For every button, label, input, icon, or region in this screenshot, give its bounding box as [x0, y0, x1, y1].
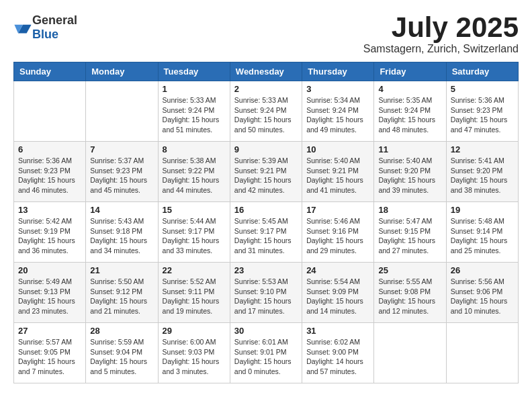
day-number: 25 [378, 265, 441, 275]
day-number: 30 [234, 326, 298, 336]
calendar-cell: 7Sunrise: 5:37 AM Sunset: 9:23 PM Daylig… [86, 142, 158, 202]
calendar-cell: 27Sunrise: 5:57 AM Sunset: 9:05 PM Dayli… [14, 323, 86, 383]
calendar-cell: 6Sunrise: 5:36 AM Sunset: 9:23 PM Daylig… [14, 142, 86, 202]
day-number: 29 [163, 326, 226, 336]
day-info: Sunrise: 5:41 AM Sunset: 9:20 PM Dayligh… [451, 156, 514, 195]
day-number: 12 [451, 144, 514, 154]
calendar-cell [446, 323, 518, 383]
calendar-cell: 3Sunrise: 5:34 AM Sunset: 9:24 PM Daylig… [302, 81, 374, 142]
day-number: 1 [163, 84, 226, 94]
calendar-cell: 26Sunrise: 5:56 AM Sunset: 9:06 PM Dayli… [446, 263, 518, 323]
day-number: 2 [234, 84, 298, 94]
day-info: Sunrise: 6:01 AM Sunset: 9:01 PM Dayligh… [234, 337, 298, 377]
day-number: 9 [234, 144, 298, 154]
day-number: 20 [18, 265, 81, 275]
calendar-cell: 2Sunrise: 5:33 AM Sunset: 9:24 PM Daylig… [230, 81, 302, 142]
day-info: Sunrise: 5:59 AM Sunset: 9:04 PM Dayligh… [90, 337, 153, 377]
day-number: 27 [18, 326, 81, 336]
logo: General Blue [13, 13, 77, 42]
day-info: Sunrise: 5:43 AM Sunset: 9:18 PM Dayligh… [90, 216, 153, 256]
day-info: Sunrise: 5:38 AM Sunset: 9:22 PM Dayligh… [163, 156, 226, 195]
calendar-cell: 29Sunrise: 6:00 AM Sunset: 9:03 PM Dayli… [158, 323, 230, 383]
calendar-cell: 12Sunrise: 5:41 AM Sunset: 9:20 PM Dayli… [446, 142, 518, 202]
calendar-header-row: Sunday Monday Tuesday Wednesday Thursday… [14, 62, 519, 81]
logo-icon [13, 18, 32, 37]
calendar-cell: 20Sunrise: 5:49 AM Sunset: 9:13 PM Dayli… [14, 263, 86, 323]
day-info: Sunrise: 5:42 AM Sunset: 9:19 PM Dayligh… [18, 216, 81, 256]
day-number: 11 [378, 144, 441, 154]
day-info: Sunrise: 5:37 AM Sunset: 9:23 PM Dayligh… [90, 156, 153, 195]
calendar-table: Sunday Monday Tuesday Wednesday Thursday… [13, 62, 519, 383]
day-info: Sunrise: 5:57 AM Sunset: 9:05 PM Dayligh… [18, 337, 81, 377]
day-info: Sunrise: 5:35 AM Sunset: 9:24 PM Dayligh… [378, 95, 441, 135]
col-thursday: Thursday [302, 62, 374, 81]
calendar-cell: 14Sunrise: 5:43 AM Sunset: 9:18 PM Dayli… [86, 202, 158, 263]
calendar-cell: 19Sunrise: 5:48 AM Sunset: 9:14 PM Dayli… [446, 202, 518, 263]
day-number: 24 [306, 265, 369, 275]
calendar-cell: 22Sunrise: 5:52 AM Sunset: 9:11 PM Dayli… [158, 263, 230, 323]
calendar-cell: 24Sunrise: 5:54 AM Sunset: 9:09 PM Dayli… [302, 263, 374, 323]
day-number: 18 [378, 205, 441, 215]
day-number: 28 [90, 326, 153, 336]
calendar-cell [374, 323, 446, 383]
day-info: Sunrise: 5:48 AM Sunset: 9:14 PM Dayligh… [451, 216, 514, 256]
day-number: 19 [451, 205, 514, 215]
calendar-cell: 17Sunrise: 5:46 AM Sunset: 9:16 PM Dayli… [302, 202, 374, 263]
day-number: 7 [90, 144, 153, 154]
day-info: Sunrise: 5:47 AM Sunset: 9:15 PM Dayligh… [378, 216, 441, 256]
day-number: 23 [234, 265, 298, 275]
day-info: Sunrise: 5:39 AM Sunset: 9:21 PM Dayligh… [234, 156, 298, 195]
day-info: Sunrise: 5:53 AM Sunset: 9:10 PM Dayligh… [234, 277, 298, 316]
day-number: 16 [234, 205, 298, 215]
calendar-cell: 1Sunrise: 5:33 AM Sunset: 9:24 PM Daylig… [158, 81, 230, 142]
calendar-cell: 11Sunrise: 5:40 AM Sunset: 9:20 PM Dayli… [374, 142, 446, 202]
day-info: Sunrise: 5:52 AM Sunset: 9:11 PM Dayligh… [163, 277, 226, 316]
col-monday: Monday [86, 62, 158, 81]
calendar-cell: 23Sunrise: 5:53 AM Sunset: 9:10 PM Dayli… [230, 263, 302, 323]
calendar-cell: 9Sunrise: 5:39 AM Sunset: 9:21 PM Daylig… [230, 142, 302, 202]
calendar-cell: 8Sunrise: 5:38 AM Sunset: 9:22 PM Daylig… [158, 142, 230, 202]
day-number: 15 [163, 205, 226, 215]
title-block: July 2025 Samstagern, Zurich, Switzerlan… [363, 13, 519, 55]
day-info: Sunrise: 5:50 AM Sunset: 9:12 PM Dayligh… [90, 277, 153, 316]
calendar-week-4: 20Sunrise: 5:49 AM Sunset: 9:13 PM Dayli… [14, 263, 519, 323]
col-friday: Friday [374, 62, 446, 81]
day-info: Sunrise: 5:45 AM Sunset: 9:17 PM Dayligh… [234, 216, 298, 256]
calendar-week-5: 27Sunrise: 5:57 AM Sunset: 9:05 PM Dayli… [14, 323, 519, 383]
col-tuesday: Tuesday [158, 62, 230, 81]
calendar-cell: 30Sunrise: 6:01 AM Sunset: 9:01 PM Dayli… [230, 323, 302, 383]
day-number: 4 [378, 84, 441, 94]
day-number: 31 [306, 326, 369, 336]
col-wednesday: Wednesday [230, 62, 302, 81]
day-info: Sunrise: 5:40 AM Sunset: 9:20 PM Dayligh… [378, 156, 441, 195]
day-info: Sunrise: 5:55 AM Sunset: 9:08 PM Dayligh… [378, 277, 441, 316]
day-info: Sunrise: 5:54 AM Sunset: 9:09 PM Dayligh… [306, 277, 369, 316]
calendar-cell: 10Sunrise: 5:40 AM Sunset: 9:21 PM Dayli… [302, 142, 374, 202]
logo-general: General [32, 13, 77, 27]
calendar-cell: 21Sunrise: 5:50 AM Sunset: 9:12 PM Dayli… [86, 263, 158, 323]
calendar-cell [14, 81, 86, 142]
day-number: 22 [163, 265, 226, 275]
calendar-cell: 5Sunrise: 5:36 AM Sunset: 9:23 PM Daylig… [446, 81, 518, 142]
calendar-cell: 13Sunrise: 5:42 AM Sunset: 9:19 PM Dayli… [14, 202, 86, 263]
calendar-cell: 25Sunrise: 5:55 AM Sunset: 9:08 PM Dayli… [374, 263, 446, 323]
day-info: Sunrise: 5:36 AM Sunset: 9:23 PM Dayligh… [18, 156, 81, 195]
day-info: Sunrise: 5:44 AM Sunset: 9:17 PM Dayligh… [163, 216, 226, 256]
calendar-week-2: 6Sunrise: 5:36 AM Sunset: 9:23 PM Daylig… [14, 142, 519, 202]
logo-blue: Blue [32, 28, 58, 41]
day-info: Sunrise: 5:56 AM Sunset: 9:06 PM Dayligh… [451, 277, 514, 316]
day-info: Sunrise: 5:33 AM Sunset: 9:24 PM Dayligh… [163, 95, 226, 135]
calendar-cell: 18Sunrise: 5:47 AM Sunset: 9:15 PM Dayli… [374, 202, 446, 263]
day-info: Sunrise: 5:33 AM Sunset: 9:24 PM Dayligh… [234, 95, 298, 135]
day-info: Sunrise: 5:36 AM Sunset: 9:23 PM Dayligh… [451, 95, 514, 135]
calendar-cell: 28Sunrise: 5:59 AM Sunset: 9:04 PM Dayli… [86, 323, 158, 383]
month-title: July 2025 [363, 13, 519, 42]
day-info: Sunrise: 5:46 AM Sunset: 9:16 PM Dayligh… [306, 216, 369, 256]
day-info: Sunrise: 5:40 AM Sunset: 9:21 PM Dayligh… [306, 156, 369, 195]
calendar-cell: 4Sunrise: 5:35 AM Sunset: 9:24 PM Daylig… [374, 81, 446, 142]
col-sunday: Sunday [14, 62, 86, 81]
day-number: 10 [306, 144, 369, 154]
page-header: General Blue July 2025 Samstagern, Zuric… [13, 13, 519, 55]
day-info: Sunrise: 5:34 AM Sunset: 9:24 PM Dayligh… [306, 95, 369, 135]
day-number: 14 [90, 205, 153, 215]
